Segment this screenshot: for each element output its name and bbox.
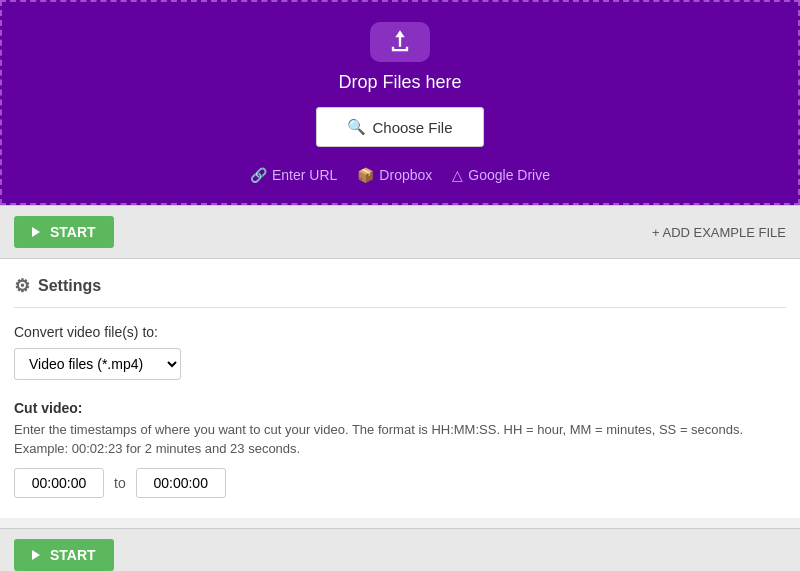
enter-url-link[interactable]: 🔗 Enter URL [250, 167, 337, 183]
google-drive-link[interactable]: △ Google Drive [452, 167, 550, 183]
dropbox-link[interactable]: 📦 Dropbox [357, 167, 432, 183]
to-label: to [114, 475, 126, 491]
cut-video-example: Example: 00:02:23 for 2 minutes and 23 s… [14, 441, 786, 456]
drop-files-text: Drop Files here [22, 72, 778, 93]
end-time-input[interactable] [136, 468, 226, 498]
convert-field: Convert video file(s) to: Video files (*… [14, 324, 786, 380]
choose-file-label: Choose File [372, 119, 452, 136]
cut-video-section: Cut video: Enter the timestamps of where… [14, 400, 786, 498]
start-button-top[interactable]: START [14, 216, 114, 248]
add-example-link[interactable]: + ADD EXAMPLE FILE [652, 225, 786, 240]
chevron-right-icon-bottom [32, 550, 40, 560]
top-toolbar: START + ADD EXAMPLE FILE [0, 205, 800, 259]
google-drive-icon: △ [452, 167, 463, 183]
settings-title: Settings [38, 277, 101, 295]
start-button-bottom[interactable]: START [14, 539, 114, 571]
upload-area: Drop Files here 🔍 Choose File 🔗 Enter UR… [0, 0, 800, 205]
link-row: 🔗 Enter URL 📦 Dropbox △ Google Drive [22, 167, 778, 183]
time-row: to [14, 468, 786, 498]
format-select[interactable]: Video files (*.mp4) Video files (*.avi) … [14, 348, 181, 380]
bottom-toolbar: START [0, 528, 800, 571]
upload-icon [370, 22, 430, 62]
upload-svg-icon [386, 28, 414, 56]
cut-video-label: Cut video: [14, 400, 786, 416]
link-icon: 🔗 [250, 167, 267, 183]
search-icon: 🔍 [347, 118, 366, 136]
cut-video-description: Enter the timestamps of where you want t… [14, 422, 786, 437]
settings-header: ⚙ Settings [14, 275, 786, 308]
start-time-input[interactable] [14, 468, 104, 498]
dropbox-icon: 📦 [357, 167, 374, 183]
enter-url-label: Enter URL [272, 167, 337, 183]
add-example-text: + ADD EXAMPLE FILE [652, 225, 786, 240]
start-label-top: START [50, 224, 96, 240]
chevron-right-icon [32, 227, 40, 237]
convert-label: Convert video file(s) to: [14, 324, 786, 340]
settings-section: ⚙ Settings Convert video file(s) to: Vid… [0, 259, 800, 518]
settings-gear-icon: ⚙ [14, 275, 30, 297]
google-drive-label: Google Drive [468, 167, 550, 183]
start-label-bottom: START [50, 547, 96, 563]
dropbox-label: Dropbox [379, 167, 432, 183]
choose-file-button[interactable]: 🔍 Choose File [316, 107, 483, 147]
